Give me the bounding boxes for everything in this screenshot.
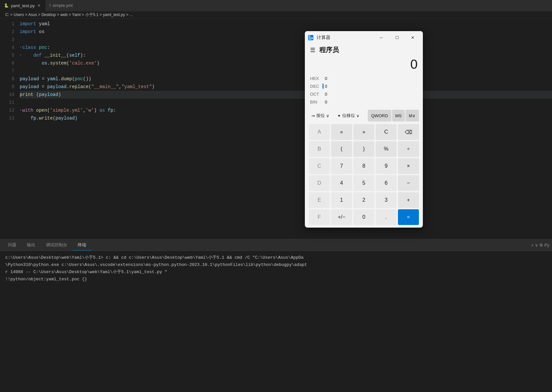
svg-rect-2: [309, 37, 310, 38]
calc-btn-1[interactable]: 1: [331, 192, 352, 208]
tab-yaml-test-py[interactable]: 🐍 yaml_test.py ✕: [0, 0, 46, 11]
hex-row-bin: BIN 0: [310, 98, 418, 106]
fn-init: __init__: [44, 51, 66, 59]
code-line-5: ▾ def __init__(self):: [20, 51, 552, 59]
calc-btn-mod[interactable]: %: [376, 141, 397, 157]
python-file-icon: 🐍: [4, 3, 9, 8]
hex-row-dec: DEC 0: [310, 82, 418, 90]
collapse-icon-12[interactable]: ▾: [20, 106, 22, 114]
cn-poc-8: poc: [75, 75, 83, 83]
qword-btn[interactable]: QWORD: [368, 110, 391, 121]
calc-btn-backspace[interactable]: ⌫: [398, 124, 419, 140]
calc-btn-div[interactable]: ÷: [398, 141, 419, 157]
calc-header: ☰ 程序员: [305, 44, 423, 54]
str-calc: 'calc.exe': [69, 59, 97, 67]
calc-bitwise-button[interactable]: ⇒ 按位 ∨: [309, 111, 332, 120]
tab-label-yaml-test: yaml_test.py: [11, 3, 35, 8]
collapse-icon-5[interactable]: ▾: [20, 51, 22, 59]
panel-tab-debug[interactable]: 调试控制台: [41, 239, 72, 251]
tab-label-simple-yml: simple.yml: [52, 3, 72, 8]
kw-def: def: [33, 51, 42, 59]
hex-value-hex: 0: [325, 76, 327, 81]
calc-bitshift-button[interactable]: ✦ 位移位 ∨: [335, 111, 362, 120]
mv-btn[interactable]: M∨: [405, 110, 419, 121]
calc-btn-negate[interactable]: +/−: [331, 209, 352, 225]
calc-btn-4[interactable]: 4: [331, 175, 352, 191]
calc-btn-9[interactable]: 9: [376, 158, 397, 174]
ms-btn[interactable]: MS: [392, 110, 405, 121]
code-line-7: [20, 67, 552, 75]
ln-11: 11: [5, 99, 14, 106]
calc-btn-dot[interactable]: .: [376, 209, 397, 225]
panel-tab-output[interactable]: 输出: [22, 239, 41, 251]
calc-btn-7[interactable]: 7: [331, 158, 352, 174]
calc-btn-A[interactable]: A: [309, 124, 330, 140]
kw-as: as: [99, 106, 105, 114]
breadcrumb-text: C: > Users > Asus > Desktop > web > Yaml…: [5, 12, 133, 18]
tab-close-yaml-test[interactable]: ✕: [37, 3, 41, 9]
var-fp-13: fp: [31, 114, 36, 122]
calc-title-text: 计算器: [317, 35, 330, 41]
kw-class: class: [22, 44, 36, 51]
calc-title-left: 计算器: [307, 34, 330, 41]
calc-btn-0[interactable]: 0: [353, 209, 374, 225]
calc-btn-clear[interactable]: C: [376, 124, 397, 140]
var-payload-8: payload: [20, 75, 39, 83]
calc-btn-E[interactable]: E: [309, 192, 330, 208]
collapse-icon-4[interactable]: ▾: [20, 44, 22, 51]
classname-poc: poc: [39, 44, 47, 51]
calc-btn-add[interactable]: +: [398, 192, 419, 208]
tab-bar: 🐍 yaml_test.py ✕ ! simple.yml: [0, 0, 552, 11]
calc-btn-lparen[interactable]: (: [331, 141, 352, 157]
calc-button-grid: A « » C ⌫ B ( ) % ÷ C 7 8 9 × D 4 5 6 − …: [307, 124, 420, 225]
calc-hamburger-icon[interactable]: ☰: [310, 47, 315, 54]
terminal-content[interactable]: c:\Users\Asus\Desktop\web\Yaml\小于5.1> c:…: [0, 251, 552, 392]
calc-btn-2[interactable]: 2: [353, 192, 374, 208]
editor-container: 🐍 yaml_test.py ✕ ! simple.yml C: > Users…: [0, 0, 552, 239]
calc-btn-C[interactable]: C: [309, 158, 330, 174]
calc-minimize-button[interactable]: ─: [374, 32, 389, 43]
hex-value-oct: 0: [325, 92, 327, 97]
code-line-9: payload = payload.replace("__main__","ya…: [20, 83, 552, 91]
code-content: import yaml import os ▾ class poc: ▾ def…: [20, 19, 552, 239]
str-yaml-test: "yaml_test": [122, 83, 152, 91]
var-payload-9a: payload: [20, 83, 39, 91]
kw-with: with: [22, 106, 33, 114]
calc-maximize-button[interactable]: ☐: [389, 32, 404, 43]
fn-system: system: [50, 59, 66, 67]
calculator-window: 计算器 ─ ☐ ✕ ☰ 程序员 0 HEX 0 DEC 0 OCT 0 BIN …: [305, 31, 423, 228]
calc-btn-equals[interactable]: =: [398, 209, 419, 225]
calc-btn-8[interactable]: 8: [353, 158, 374, 174]
kw-import-1: import: [20, 20, 36, 28]
tab-simple-yml[interactable]: ! simple.yml: [46, 0, 77, 11]
panel-tab-problems-label: 问题: [8, 242, 16, 248]
calc-btn-5[interactable]: 5: [353, 175, 374, 191]
panel-tab-debug-label: 调试控制台: [46, 242, 67, 248]
calc-btn-rparen[interactable]: ): [353, 141, 374, 157]
ln-3: 3: [5, 36, 14, 44]
svg-rect-4: [312, 37, 313, 39]
calc-btn-mul[interactable]: ×: [398, 158, 419, 174]
var-fp: fp: [108, 106, 113, 114]
calc-close-button[interactable]: ✕: [405, 32, 420, 43]
term-line-2: \Python310\python.exe c:\Users\Asus\.vsc…: [5, 261, 547, 269]
code-line-4: ▾ class poc:: [20, 44, 552, 51]
svg-rect-5: [309, 39, 310, 40]
calc-btn-D[interactable]: D: [309, 175, 330, 191]
svg-rect-3: [310, 37, 311, 38]
calc-btn-F[interactable]: F: [309, 209, 330, 225]
calc-btn-6[interactable]: 6: [376, 175, 397, 191]
calc-btn-B[interactable]: B: [309, 141, 330, 157]
code-line-2: import os: [20, 28, 552, 36]
calc-btn-sub[interactable]: −: [398, 175, 419, 191]
calc-buttons-area: ⇒ 按位 ∨ ✦ 位移位 ∨ QWORD MS M∨ A « »: [305, 107, 423, 228]
calc-btn-rshift[interactable]: »: [353, 124, 374, 140]
calc-btn-3[interactable]: 3: [376, 192, 397, 208]
calc-display: 0: [305, 54, 423, 73]
bottom-panel: 问题 输出 调试控制台 终端 + ∨ ⚙ Py c:\Users\Asus\De…: [0, 239, 552, 392]
panel-tab-terminal[interactable]: 终端: [72, 239, 91, 251]
panel-tabs-left: 问题 输出 调试控制台 终端: [3, 239, 91, 251]
panel-tab-problems[interactable]: 问题: [3, 239, 22, 251]
calc-btn-lshift[interactable]: «: [331, 124, 352, 140]
hex-value-dec: 0: [325, 84, 327, 89]
